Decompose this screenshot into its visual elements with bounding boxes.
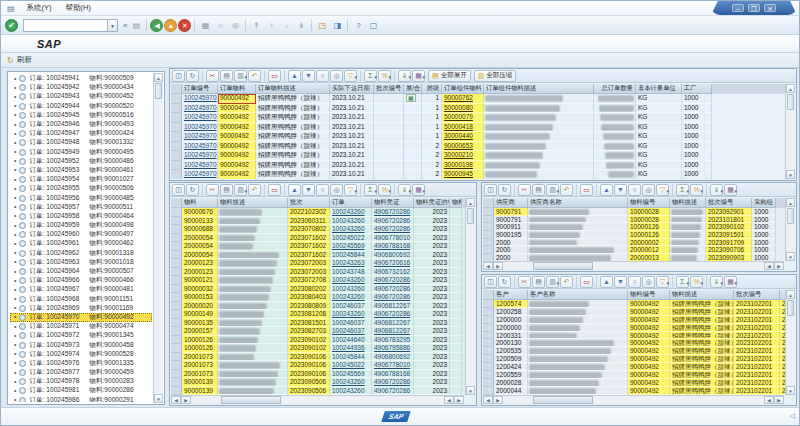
column-header-expand-collapse[interactable]: 展/合 bbox=[404, 84, 422, 94]
find-next-icon[interactable]: ◎ bbox=[330, 70, 343, 82]
tree-item-order-100245957[interactable]: •订单: 100245957物料:90000511 bbox=[10, 203, 152, 212]
cell-order-number[interactable]: 100245970 bbox=[182, 123, 218, 133]
table-row[interactable]: 9000013920230905061002432604906720286202… bbox=[171, 378, 465, 387]
cell-material-document[interactable]: 4906720616 bbox=[372, 259, 414, 268]
details-icon[interactable]: ◫ bbox=[484, 184, 497, 196]
column-header-vendor[interactable]: 供应商 bbox=[494, 198, 528, 208]
refresh-icon[interactable]: ↻ bbox=[498, 276, 511, 288]
minimize-icon[interactable]: ─ bbox=[732, 4, 744, 12]
cell-material-description[interactable]: 招牌黑鸭鸭脖（甜辣） bbox=[670, 347, 734, 355]
scroll-thumb[interactable] bbox=[787, 94, 794, 110]
tree-item-order-100245973[interactable]: •订单: 100245973物料:90000458 bbox=[10, 340, 152, 349]
cell-component-material[interactable]: 50000418 bbox=[442, 123, 484, 133]
last-page-icon[interactable]: ↡ bbox=[294, 18, 308, 32]
column-header-plant[interactable]: 工厂 bbox=[682, 84, 712, 94]
subtotal-icon[interactable]: %▾ bbox=[690, 276, 703, 288]
tree-item-order-100245947[interactable]: •订单: 100245947物料:90000424 bbox=[10, 129, 152, 138]
copy-cells-icon[interactable]: ▥▾ bbox=[546, 276, 559, 288]
copy-icon[interactable]: ▤ bbox=[220, 184, 233, 196]
column-header-order-material[interactable]: 订单物料 bbox=[218, 84, 256, 94]
cell-order[interactable]: 100243260 bbox=[330, 310, 372, 319]
row-selector[interactable] bbox=[171, 161, 182, 171]
row-selector[interactable] bbox=[483, 208, 494, 216]
row-selector[interactable] bbox=[483, 339, 494, 347]
row-selector[interactable] bbox=[171, 225, 182, 234]
cell-material-document[interactable]: 4906800692 bbox=[372, 353, 414, 362]
select-all-cell[interactable] bbox=[171, 198, 182, 208]
tree-item-order-100245972[interactable]: •订单: 100245972物料:90001345 bbox=[10, 331, 152, 340]
choose-layout-icon[interactable]: ▦▾ bbox=[724, 276, 737, 288]
row-selector[interactable] bbox=[171, 268, 182, 277]
cell-order-number[interactable]: 100245970 bbox=[182, 161, 218, 171]
select-all-cell[interactable] bbox=[483, 198, 494, 208]
cell-order[interactable]: 100245022 bbox=[330, 234, 372, 243]
row-selector[interactable] bbox=[171, 234, 182, 243]
row-selector[interactable] bbox=[171, 113, 182, 123]
column-header-material-number[interactable]: 物料编号 bbox=[628, 198, 670, 208]
cell-order[interactable]: 100244640 bbox=[330, 336, 372, 345]
refresh-icon[interactable]: ↻ bbox=[186, 70, 199, 82]
tree-item-order-100245955[interactable]: •订单: 100245955物料:90000506 bbox=[10, 184, 152, 193]
scroll-up-icon[interactable]: ▲ bbox=[466, 198, 475, 207]
delete-row-icon[interactable]: ▭ bbox=[268, 184, 281, 196]
cell-order-number[interactable]: 100245970 bbox=[182, 94, 218, 104]
cell-material-description[interactable]: 招牌黑鸭鸭脖（甜辣） bbox=[670, 379, 734, 387]
row-selector[interactable] bbox=[171, 378, 182, 387]
tree-item-order-100245954[interactable]: •订单: 100245954物料:90001027 bbox=[10, 175, 152, 184]
row-selector[interactable] bbox=[171, 370, 182, 379]
cell-material-document[interactable]: 4906812267 bbox=[372, 302, 414, 311]
scroll-left-icon[interactable]: ◀ bbox=[483, 262, 493, 270]
cell-order[interactable]: 100243260 bbox=[330, 293, 372, 302]
copy-icon[interactable]: ▤ bbox=[220, 70, 233, 82]
scroll-right-icon[interactable]: ▶ bbox=[454, 396, 464, 404]
filter-icon[interactable]: ▽▾ bbox=[656, 276, 669, 288]
row-selector[interactable] bbox=[171, 387, 182, 396]
column-header-material-description[interactable]: 物料描述 bbox=[670, 290, 734, 300]
cell-material-document[interactable]: 4906720286 bbox=[372, 293, 414, 302]
cell-material-document[interactable]: 4906720286 bbox=[372, 387, 414, 396]
cell-material-description[interactable]: 招牌黑鸭鸭脖（甜辣） bbox=[670, 363, 734, 371]
cell-material-document[interactable]: 4906778010 bbox=[372, 361, 414, 370]
tree-item-order-100245942[interactable]: •订单: 100245942物料:90000434 bbox=[10, 83, 152, 92]
cell-component-material[interactable]: 90000762 bbox=[442, 94, 484, 104]
table-row[interactable]: 9000012120230727081002432604906720286202… bbox=[171, 276, 465, 285]
tree-item-order-100245959[interactable]: •订单: 100245959物料:90000498 bbox=[10, 221, 152, 230]
table-row[interactable]: 2000107320230901061002450224906778010202… bbox=[171, 361, 465, 370]
column-header-order-material-description[interactable]: 订单物料描述 bbox=[256, 84, 330, 94]
column-header-base-unit[interactable]: 基本计量单位 bbox=[636, 84, 682, 94]
undo-icon[interactable]: ↶ bbox=[248, 184, 261, 196]
scroll-thumb[interactable] bbox=[787, 208, 794, 224]
row-selector[interactable] bbox=[171, 94, 182, 104]
sort-descending-icon[interactable]: ▼ bbox=[302, 70, 315, 82]
customers-vertical-scrollbar[interactable]: ▲ ▼ bbox=[785, 290, 795, 395]
column-header-actual-release-date[interactable]: 实际下达日期 bbox=[330, 84, 374, 94]
table-row[interactable]: 120053590000492招牌黑鸭鸭脖（甜辣）20231022012 bbox=[483, 347, 785, 355]
export-icon[interactable]: ⇓▾ bbox=[398, 70, 411, 82]
cell-order[interactable]: 100243260 bbox=[330, 285, 372, 294]
table-row[interactable]: 10024597090000492招牌黑鸭鸭脖（甜辣）2023.10.21290… bbox=[171, 170, 785, 179]
collapse-all-button[interactable]: ▥ 全部压缩 bbox=[474, 70, 517, 82]
choose-layout-icon[interactable]: ▦▾ bbox=[724, 184, 737, 196]
details-icon[interactable]: ◫ bbox=[172, 70, 185, 82]
row-selector[interactable] bbox=[171, 259, 182, 268]
export-icon[interactable]: ⇓▾ bbox=[398, 184, 411, 196]
create-shortcut-icon[interactable]: ◨ bbox=[330, 18, 344, 32]
scroll-right-icon[interactable]: ▶ bbox=[774, 262, 784, 270]
vendors-horizontal-scrollbar[interactable]: ◀ ▶ ◀ ▶ bbox=[483, 261, 784, 270]
column-header-batch[interactable]: 批次 bbox=[288, 198, 330, 208]
table-row[interactable]: 90007911000002820230929011000 bbox=[483, 208, 785, 216]
cell-order[interactable]: 100243748 bbox=[330, 268, 372, 277]
cell-order-number[interactable]: 100245970 bbox=[182, 142, 218, 152]
tree-item-order-100245970[interactable]: •订单: 100245970物料:90000492 bbox=[10, 313, 152, 322]
total-icon[interactable]: Σ▾ bbox=[364, 184, 377, 196]
cell-material-description[interactable]: 招牌黑鸭鸭脖（甜辣） bbox=[670, 324, 734, 332]
table-row[interactable]: 120000090000492招牌黑鸭鸭脖（甜辣）20231022012 bbox=[483, 324, 785, 332]
vendors-vertical-scrollbar[interactable]: ▲ ▼ bbox=[785, 198, 795, 261]
row-selector[interactable] bbox=[483, 332, 494, 340]
cell-material-description[interactable]: 招牌黑鸭鸭脖（甜辣） bbox=[670, 371, 734, 379]
table-row[interactable]: 120025890000492招牌黑鸭鸭脖（甜辣）20231022012 bbox=[483, 308, 785, 316]
tree-item-order-100245944[interactable]: •订单: 100245944物料:90000520 bbox=[10, 102, 152, 111]
column-header-material-description[interactable]: 物料描述 bbox=[218, 198, 288, 208]
cell-order[interactable]: 100245844 bbox=[330, 251, 372, 260]
scroll-up-icon[interactable]: ▲ bbox=[154, 73, 163, 82]
